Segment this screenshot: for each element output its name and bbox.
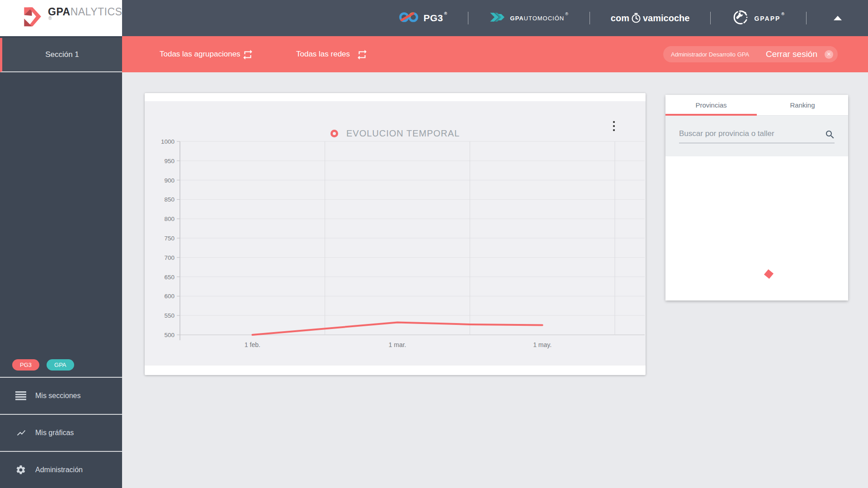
menu-item-label: Mis secciones [35,392,80,400]
chart-options-kebab-icon[interactable] [610,120,618,132]
provinces-panel: Provincias Ranking [665,95,848,300]
province-list-area [665,156,848,300]
gpautomocion-arrow-icon [489,10,505,26]
pg3-logo: PG3® [398,11,448,25]
evolution-chart-card: 50055060065070075080085090095010001 feb.… [145,93,646,375]
badges-row: PG3 GPA [0,353,122,377]
svg-text:800: 800 [164,216,175,222]
pg3-badge[interactable]: PG3 [12,359,39,371]
sidebar-item-mis-secciones[interactable]: Mis secciones [0,377,122,414]
app-logo-text: GPANALYTICS® [48,6,122,30]
header-divider [806,12,807,24]
pg3-logo-text: PG3® [424,13,448,23]
series-legend-ring-icon [330,130,338,137]
svg-text:1 feb.: 1 feb. [245,341,260,348]
gpapp-wrench-icon [731,8,750,28]
gpanalytics-logo-icon [20,6,42,30]
sidebar-item-administracion[interactable]: Administración [0,451,122,488]
compravamicoche-logo: com vamicoche [611,12,690,24]
chart-legend: EVOLUCION TEMPORAL [145,127,646,140]
search-input[interactable] [679,129,835,143]
gear-icon [15,465,27,475]
compravamicoche-logo-text-right: vamicoche [643,13,689,23]
sidebar-bottom: PG3 GPA Mis secciones Mis gráficas [0,353,122,488]
filter-redes[interactable]: Todas las redes [296,36,350,72]
gpautomocion-logo: GPAUTOMOCIÓN® [489,10,569,26]
menu-item-label: Administración [35,466,83,474]
menu-item-label: Mis gráficas [35,429,74,437]
user-session-pill: Administrador Desarrollo GPA Cerrar sesi… [663,46,838,62]
gpapp-logo: GPAPP® [731,8,785,28]
search-icon[interactable] [825,129,835,142]
svg-text:850: 850 [164,196,175,203]
chart-line-icon [15,427,27,438]
collapse-header-arrow-icon[interactable] [834,16,842,20]
svg-text:600: 600 [164,293,175,300]
svg-text:750: 750 [164,235,175,242]
svg-text:650: 650 [164,274,175,281]
close-circle-icon[interactable]: ✕ [825,50,833,59]
sidebar-item-seccion-1[interactable]: Sección 1 [0,38,122,72]
clock-icon [631,13,642,25]
tab-provincias[interactable]: Provincias [665,95,757,115]
sidebar: Sección 1 PG3 GPA Mis secciones [0,36,122,488]
gpapp-logo-text: GPAPP® [754,14,785,22]
compravamicoche-logo-text: com [611,13,629,23]
filter-toolbar: Todas las agrupaciones Todas las redes A… [122,36,868,72]
header-divider [468,12,468,24]
svg-text:500: 500 [164,332,175,338]
header-divider [710,12,711,24]
search-area [665,116,848,156]
svg-text:1 may.: 1 may. [533,341,552,348]
panel-tabs: Provincias Ranking [665,95,848,116]
pg3-infinity-icon [398,11,419,25]
menu-icon [15,390,27,401]
section-label: Sección 1 [45,50,79,59]
svg-text:900: 900 [164,177,175,184]
svg-text:1 mar.: 1 mar. [389,341,406,348]
repeat-icon[interactable] [356,49,368,61]
app-logo: GPANALYTICS® [0,0,122,36]
tab-ranking[interactable]: Ranking [757,95,848,115]
header-divider [590,12,590,24]
chart-title: EVOLUCION TEMPORAL [346,128,460,139]
top-header: PG3® GPAUTOMOCIÓN® com vamicoche [122,0,868,36]
repeat-icon[interactable] [242,49,254,61]
svg-text:700: 700 [164,254,175,261]
loading-spinner-icon [764,269,774,279]
gpa-badge[interactable]: GPA [47,359,74,371]
svg-text:550: 550 [164,312,175,319]
gpautomocion-logo-text: GPAUTOMOCIÓN® [510,14,569,22]
filter-agrupaciones[interactable]: Todas las agrupaciones [160,36,241,72]
logout-button[interactable]: Cerrar sesión [766,49,817,59]
user-name: Administrador Desarrollo GPA [671,51,766,58]
svg-text:950: 950 [164,158,175,164]
sidebar-item-mis-graficas[interactable]: Mis gráficas [0,414,122,451]
